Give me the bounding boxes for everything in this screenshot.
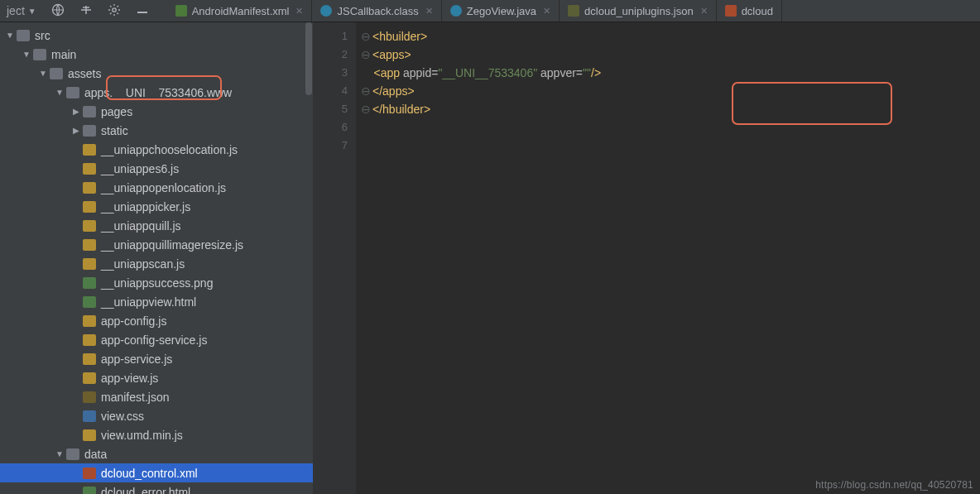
file-icon	[83, 468, 96, 479]
file-icon	[83, 410, 96, 422]
tree-row[interactable]: assets	[0, 64, 313, 83]
tree-row[interactable]: __uniappscan.js	[0, 254, 313, 273]
tree-row[interactable]: __uniappquillimageresize.js	[0, 235, 313, 254]
file-icon	[83, 220, 96, 232]
tab-label: JSCallback.class	[337, 5, 418, 17]
tree-row[interactable]: pages	[0, 102, 313, 121]
tree-row[interactable]: view.css	[0, 406, 313, 425]
line-number: 1	[313, 27, 348, 46]
close-icon[interactable]: ✕	[425, 6, 433, 17]
file-type-icon	[450, 5, 462, 17]
tree-row[interactable]: src	[0, 26, 313, 45]
tree-label: __uniappview.html	[101, 295, 196, 309]
file-icon	[83, 258, 96, 270]
file-type-icon	[175, 5, 187, 17]
chevron-down-icon[interactable]	[5, 31, 15, 40]
line-number: 2	[313, 46, 348, 64]
sidebar-scrollbar[interactable]	[305, 22, 313, 494]
tree-label: __uniapppicker.js	[101, 200, 190, 213]
tree-row[interactable]: app-config-service.js	[0, 330, 313, 349]
tree-label: static	[101, 124, 128, 137]
code-area[interactable]: ⊖<hbuilder> ⊖<apps> <app appid="__UNI__7…	[356, 22, 980, 494]
tree-label: dcloud_control.xml	[101, 467, 198, 480]
tree-label: data	[84, 448, 107, 461]
chevron-down-icon[interactable]	[55, 449, 65, 458]
tree-row[interactable]: apps.__UNI__7533406.www	[0, 83, 313, 102]
tree-label: assets	[68, 67, 101, 80]
editor-tabs: AndroidManifest.xml✕JSCallback.class✕Zeg…	[167, 0, 980, 22]
xml-tag: />	[591, 66, 601, 79]
file-icon	[83, 391, 96, 403]
chevron-down-icon: ▼	[28, 7, 36, 16]
svg-rect-2	[137, 12, 147, 13]
code-editor[interactable]: 1234567 ⊖<hbuilder> ⊖<apps> <app appid="…	[313, 22, 980, 494]
project-selector[interactable]: ject ▼	[0, 0, 43, 22]
tree-label: main	[51, 48, 76, 61]
tree-row[interactable]: __uniappes6.js	[0, 159, 313, 178]
tree-row[interactable]: app-service.js	[0, 349, 313, 368]
editor-tab[interactable]: JSCallback.class✕	[312, 0, 441, 22]
xml-attr: appver	[540, 66, 576, 79]
project-tree[interactable]: srcmainassetsapps.__UNI__7533406.wwwpage…	[0, 22, 313, 494]
file-icon	[83, 163, 96, 175]
gear-icon[interactable]	[108, 3, 121, 19]
editor-tab[interactable]: dcloud_uniplugins.json✕	[560, 0, 717, 22]
file-type-icon	[725, 5, 737, 17]
globe-icon[interactable]	[51, 3, 65, 19]
tree-label: src	[35, 29, 50, 42]
file-icon	[17, 30, 30, 41]
file-icon	[83, 487, 96, 495]
project-sidebar: srcmainassetsapps.__UNI__7533406.wwwpage…	[0, 22, 313, 494]
line-number: 5	[313, 100, 348, 118]
chevron-right-icon[interactable]	[71, 126, 81, 135]
tree-label: __uniappscan.js	[101, 257, 185, 271]
file-icon	[33, 49, 46, 60]
file-icon	[50, 68, 63, 79]
editor-tab[interactable]: AndroidManifest.xml✕	[167, 0, 313, 22]
tree-row[interactable]: __uniappsuccess.png	[0, 273, 313, 292]
tree-row[interactable]: __uniappopenlocation.js	[0, 178, 313, 197]
tree-row[interactable]: __uniapppicker.js	[0, 197, 313, 216]
editor-tab[interactable]: ZegoView.java✕	[442, 0, 560, 22]
tree-row[interactable]: dcloud_error.html	[0, 482, 313, 494]
line-number: 6	[313, 118, 348, 137]
file-icon	[83, 277, 96, 289]
tree-row[interactable]: __uniappquill.js	[0, 216, 313, 235]
tree-row[interactable]: dcloud_control.xml	[0, 463, 313, 482]
tree-row[interactable]: app-view.js	[0, 368, 313, 387]
chevron-right-icon[interactable]	[71, 107, 81, 116]
close-icon[interactable]: ✕	[543, 6, 550, 17]
minimize-icon[interactable]	[136, 3, 149, 19]
chevron-down-icon[interactable]	[55, 88, 65, 97]
tree-label: app-config-service.js	[101, 333, 207, 347]
xml-tag: </hbuilder>	[372, 103, 430, 116]
tree-row[interactable]: data	[0, 444, 313, 463]
file-icon	[83, 125, 96, 137]
close-icon[interactable]: ✕	[700, 6, 708, 17]
tree-label: __uniappquill.js	[101, 219, 181, 233]
tree-row[interactable]: manifest.json	[0, 387, 313, 406]
tab-label: dcloud	[742, 5, 773, 17]
structure-icon[interactable]	[79, 3, 93, 19]
tree-label: apps.__UNI__7533406.www	[84, 86, 232, 99]
file-icon	[83, 372, 96, 384]
tree-row[interactable]: main	[0, 45, 313, 64]
file-icon	[83, 296, 96, 308]
close-icon[interactable]: ✕	[295, 6, 303, 17]
chevron-down-icon[interactable]	[38, 69, 48, 78]
tree-row[interactable]: __uniappview.html	[0, 292, 313, 311]
xml-tag: <app	[374, 66, 401, 79]
chevron-down-icon[interactable]	[22, 50, 31, 59]
file-icon	[83, 315, 96, 327]
tree-row[interactable]: static	[0, 121, 313, 140]
tree-row[interactable]: __uniappchooselocation.js	[0, 140, 313, 159]
tree-label: __uniappquillimageresize.js	[101, 238, 243, 252]
file-icon	[83, 182, 96, 194]
tree-label: __uniappchooselocation.js	[101, 143, 238, 156]
tree-row[interactable]: view.umd.min.js	[0, 425, 313, 444]
project-label: ject	[7, 4, 25, 17]
line-number: 3	[313, 64, 348, 82]
editor-tab[interactable]: dcloud	[717, 0, 782, 22]
file-icon	[83, 239, 96, 251]
tree-row[interactable]: app-config.js	[0, 311, 313, 330]
